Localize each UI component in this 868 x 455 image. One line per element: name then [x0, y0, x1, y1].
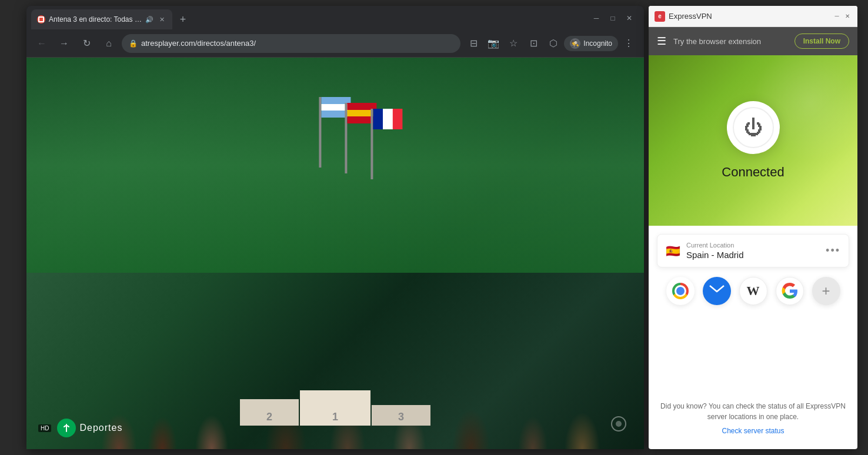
- address-bar[interactable]: 🔒 atresplayer.com/directos/antena3/: [122, 34, 460, 53]
- gmail-icon: [709, 285, 725, 297]
- extension-bar-text: Try the browser extension: [673, 37, 787, 46]
- flag-pole-2: [345, 103, 347, 173]
- translate-icon[interactable]: ⊟: [464, 34, 483, 53]
- toolbar-right-icons: ⊟ 📷 ☆ ⊡ ⬡ 🕵 Incognito ⋮: [464, 34, 638, 53]
- antena3-logo-circle: [57, 419, 76, 437]
- cast-icon[interactable]: ⊡: [524, 34, 543, 53]
- location-value: Spain - Madrid: [686, 250, 820, 260]
- location-card[interactable]: 🇪🇸 Current Location Spain - Madrid •••: [657, 234, 849, 267]
- flag-pole-3: [370, 109, 373, 179]
- wikipedia-w-icon: W: [747, 283, 760, 299]
- lock-icon: 🔒: [129, 39, 138, 48]
- location-label: Current Location: [686, 242, 820, 249]
- maximize-button[interactable]: □: [605, 11, 620, 26]
- connected-status-text: Connected: [722, 165, 784, 180]
- back-button[interactable]: ←: [32, 34, 51, 53]
- vpn-window-controls: ─ ✕: [833, 12, 852, 21]
- antena3-logo-icon: [61, 422, 72, 434]
- close-button[interactable]: ✕: [622, 11, 637, 26]
- antena3-logo: HD Deportes: [38, 419, 122, 437]
- chrome-shortcut[interactable]: [666, 277, 695, 305]
- window-controls: ─ □ ✕: [589, 11, 637, 26]
- plus-icon: +: [822, 283, 830, 299]
- power-button[interactable]: ⏻: [727, 101, 780, 154]
- tab-close-button[interactable]: ✕: [157, 15, 166, 24]
- hamburger-menu-icon[interactable]: ☰: [657, 35, 666, 48]
- incognito-badge: 🕵 Incognito: [564, 36, 618, 51]
- vpn-bottom-info: Did you know? You can check the status o…: [649, 315, 857, 449]
- vpn-close-button[interactable]: ✕: [843, 12, 852, 21]
- video-area: 2 1 3 HD Deportes: [26, 58, 644, 449]
- hd-badge: HD: [38, 424, 51, 432]
- target-icon: [611, 416, 626, 431]
- podium-1st: 1: [300, 390, 370, 426]
- tab-title: Antena 3 en directo: Todas l...: [49, 15, 142, 24]
- tab-bar: Antena 3 en directo: Todas l... 🔊 ✕ + ─ …: [26, 6, 644, 29]
- address-text: atresplayer.com/directos/antena3/: [141, 39, 453, 48]
- camera-icon[interactable]: 📷: [484, 34, 503, 53]
- chrome-icon: [672, 283, 689, 299]
- home-button[interactable]: ⌂: [99, 34, 118, 53]
- add-shortcut-button[interactable]: +: [812, 277, 840, 305]
- podium: 2 1 3: [240, 390, 430, 426]
- vpn-minimize-button[interactable]: ─: [833, 12, 841, 21]
- active-tab[interactable]: Antena 3 en directo: Todas l... 🔊 ✕: [31, 9, 172, 29]
- bookmark-icon[interactable]: ☆: [504, 34, 523, 53]
- vpn-hero-section: ⏻ Connected: [649, 55, 857, 226]
- menu-button[interactable]: ⋮: [619, 34, 638, 53]
- wikipedia-shortcut[interactable]: W: [739, 277, 767, 305]
- install-now-button[interactable]: Install Now: [794, 34, 849, 49]
- power-button-inner: ⏻: [733, 107, 774, 148]
- incognito-icon: 🕵: [570, 38, 580, 49]
- extension-icon[interactable]: ⬡: [544, 34, 563, 53]
- expressvpn-logo-text: ExpressVPN: [669, 12, 712, 21]
- reload-button[interactable]: ↻: [77, 34, 96, 53]
- location-more-button[interactable]: •••: [826, 245, 840, 257]
- tab-mute-icon[interactable]: 🔊: [145, 15, 153, 24]
- check-server-status-link[interactable]: Check server status: [722, 427, 784, 435]
- new-tab-button[interactable]: +: [175, 11, 191, 28]
- shortcut-bar: W +: [649, 267, 857, 315]
- tab-favicon-icon: [37, 15, 45, 24]
- browser-window: Antena 3 en directo: Todas l... 🔊 ✕ + ─ …: [26, 6, 644, 449]
- minimize-button[interactable]: ─: [589, 11, 604, 26]
- gmail-shortcut[interactable]: [703, 277, 731, 305]
- browser-toolbar: ← → ↻ ⌂ 🔒 atresplayer.com/directos/anten…: [26, 29, 644, 58]
- spain-flag-icon: 🇪🇸: [666, 244, 680, 258]
- forward-button[interactable]: →: [55, 34, 74, 53]
- location-info: Current Location Spain - Madrid: [686, 242, 820, 260]
- video-background: 2 1 3 HD Deportes: [26, 58, 644, 449]
- podium-2nd: 2: [240, 399, 299, 426]
- flags-container: [319, 97, 373, 179]
- vpn-extension-bar: ☰ Try the browser extension Install Now: [649, 27, 857, 55]
- vpn-titlebar: e ExpressVPN ─ ✕: [649, 6, 857, 27]
- flag-pole-1: [319, 97, 321, 168]
- expressvpn-logo-icon: e: [655, 11, 665, 22]
- france-flag: [373, 109, 402, 129]
- did-you-know-text: Did you know? You can check the status o…: [660, 401, 846, 422]
- podium-3rd: 3: [372, 405, 430, 426]
- google-shortcut[interactable]: [776, 277, 804, 305]
- vpn-logo: e ExpressVPN: [655, 11, 833, 22]
- power-icon: ⏻: [744, 118, 763, 137]
- incognito-label: Incognito: [583, 39, 612, 48]
- google-g-icon: [782, 283, 798, 299]
- vpn-connected-area: ⏻ Connected 🇪🇸 Current Location Spain - …: [649, 55, 857, 449]
- expressvpn-panel: e ExpressVPN ─ ✕ ☰ Try the browser exten…: [649, 6, 857, 449]
- antena3-logo-text: Deportes: [79, 423, 122, 433]
